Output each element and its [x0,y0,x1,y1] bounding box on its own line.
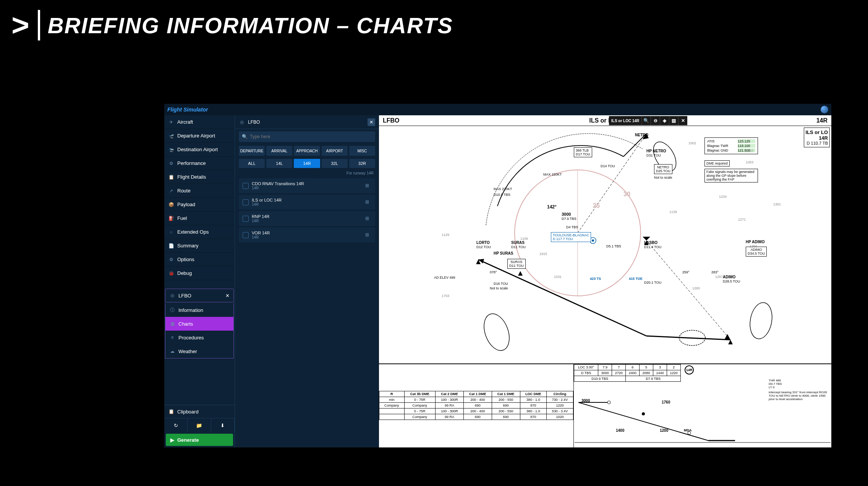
tab-airport[interactable]: AIRPORT [322,146,348,156]
sidebar-item-label: Fuel [177,215,187,221]
pin-icon[interactable] [243,216,249,222]
prof-alt-1200: 1200 [660,428,668,433]
chart-list-panel: ◎ LFBO ✕ 🔍 DEPARTUREARRIVALAPPROACHAIRPO… [235,115,379,447]
minima-cell: 690 [492,403,520,408]
minima-cell: Company [404,414,435,420]
zoom-in-button[interactable]: 🔍 [641,116,651,125]
sidebar-item-route[interactable]: ↗Route [164,184,235,198]
runway-32r[interactable]: 32R [349,159,375,168]
terrain-elev: 1002 [688,141,696,145]
terrain-elev: 1031 [554,275,562,279]
terrain-elev: 1703 [442,294,449,298]
minima-cell: 1020 [547,414,573,420]
close-icon[interactable]: ✕ [368,118,375,126]
subpanel-item-label: Weather [178,349,197,354]
search-input[interactable] [250,134,372,139]
chart-item-title: ILS or LOC 14R [252,198,362,202]
runway-all[interactable]: ALL [239,159,265,168]
expand-icon[interactable]: ⊞ [365,199,371,205]
search-icon: 🔍 [242,134,248,139]
msa-30: 30 [623,191,630,198]
subpanel-header[interactable]: ◎ LFBO ✕ [165,289,234,302]
svg-line-2 [478,260,646,336]
id-line3: D 110.7 TB [806,141,828,145]
runway-14r[interactable]: 14R [294,159,320,168]
prof-alt-3000: 3000 [581,399,590,403]
wp-hp-adimo: HP ADIMO [746,240,764,244]
sidebar-item-summary[interactable]: 📄Summary [164,239,235,253]
runway-14l[interactable]: 14L [266,159,292,168]
subpanel-item-charts[interactable]: ▦Charts [165,317,233,331]
search-box[interactable]: 🔍 [239,131,375,142]
sidebar-icon: 🛫 [168,133,174,139]
subpanel-item-procedures[interactable]: ≡Procedures [165,331,233,344]
zoom-out-button[interactable]: ⊖ [651,116,660,125]
sidebar-item-aircraft[interactable]: ✈Aircraft [164,115,235,129]
refresh-button[interactable]: ↻ [164,418,188,432]
chart-header: LFBO ILS or LOC ILS or LOC 14R 🔍 ⊖ ◈ ▤ ✕… [379,115,831,126]
chart-item[interactable]: RNP 14R 14R ⊞ [239,211,375,226]
chart-item[interactable]: ILS or LOC 14R 14R ⊞ [239,195,375,210]
svg-line-22 [578,402,708,441]
generate-button[interactable]: ▶ Generate [166,434,233,446]
expand-icon[interactable]: ⊞ [365,232,371,238]
sidebar-item-destination-airport[interactable]: 🛬Destination Airport [164,143,235,157]
svg-point-12 [747,301,775,341]
sidebar-item-performance[interactable]: ⚙Performance [164,157,235,170]
minima-cell: 730 - 2.4V [547,397,573,403]
layers-button[interactable]: ▤ [669,116,678,125]
sidebar-item-options[interactable]: ⚙Options [164,253,235,266]
minima-header: R [379,391,405,397]
pin-icon[interactable] [243,232,249,238]
minima-cell: 200 - 400 [463,408,492,414]
tab-misc[interactable]: MISC [349,146,375,156]
chart-item-title: CDO RNAV Transitions 14R [252,181,362,186]
sidebar-item-departure-airport[interactable]: 🛫Departure Airport [164,129,235,143]
sidebar-item-debug[interactable]: 🐞Debug [164,266,235,280]
chart-item[interactable]: VOR 14R 14R ⊞ [239,228,375,242]
sidebar-item-label: Destination Airport [177,147,218,152]
chart-item[interactable]: CDO RNAV Transitions 14R 14R ⊞ [239,178,375,193]
subpanel-item-information[interactable]: ⓘInformation [165,303,233,317]
sidebar-clipboard[interactable]: 📋 Clipboard [164,405,235,418]
minima-header: Cat 3b DME [404,391,435,397]
pin-icon[interactable] [243,183,249,189]
download-button[interactable]: ⬇ [211,418,235,432]
ad-elev: AD ELEV 499 [434,276,455,279]
tab-departure[interactable]: DEPARTURE [239,146,265,156]
page-title: BRIEFING INFORMATION – CHARTS [48,13,453,38]
minima-cell: 100 - 300R [436,408,464,414]
chart-item-title: RNP 14R [252,214,362,219]
minima-cell: 380 - 1.0 [520,408,547,414]
sidebar-item-extended-ops[interactable]: ○Extended Ops [164,225,235,239]
minima-table: RCat 3b DMECat 2 DMECat 1 DMECat 1 DMELO… [379,364,574,447]
terrain-elev: 1106 [520,237,528,241]
sidebar-item-fuel[interactable]: ⛽Fuel [164,212,235,225]
expand-icon[interactable]: ⊞ [365,216,371,222]
tab-approach[interactable]: APPROACH [294,146,320,156]
app-window: Flight Simulator ✈Aircraft🛫Departure Air… [164,104,831,447]
tab-arrival[interactable]: ARRIVAL [266,146,292,156]
sidebar-item-payload[interactable]: 📦Payload [164,198,235,212]
minima-cell: 380 - 1.0 [520,397,547,403]
fit-button[interactable]: ◈ [660,116,669,125]
pin-icon[interactable] [243,199,249,205]
wp-adimo-d: D28.5 TOU [723,279,740,283]
minima-header: Cat 1 DME [492,391,520,397]
minima-cell: 690 [463,403,492,408]
subpanel-item-weather[interactable]: ☁Weather [165,344,233,358]
subpanel-item-label: Charts [178,321,193,327]
wp-lasbo-d: D11.4 TOU [644,245,661,249]
close-chart-button[interactable]: ✕ [678,116,687,125]
runway-32l[interactable]: 32L [322,159,348,168]
expand-icon[interactable]: ⊞ [365,183,371,189]
folder-button[interactable]: 📁 [188,418,211,432]
chart-canvas[interactable]: ILS or LO 14R D 110.7 TB ATIS123.125 Bla… [379,126,831,447]
sidebar-item-flight-details[interactable]: 📋Flight Details [164,170,235,184]
globe-icon[interactable] [821,106,828,113]
toolbar-chart-name: ILS or LOC 14R [609,116,641,125]
chart-id-box: ILS or LO 14R D 110.7 TB [804,128,830,147]
sidebar-icon: ⚙ [168,160,174,166]
close-icon[interactable]: ✕ [225,293,230,299]
sidebar-item-label: Summary [177,243,199,249]
